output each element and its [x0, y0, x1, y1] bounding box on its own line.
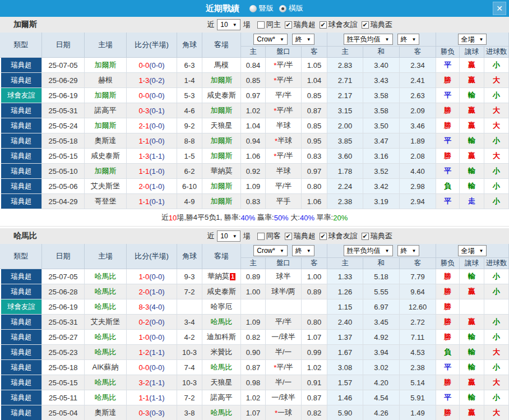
subheader-1: 盤口 [266, 258, 302, 269]
header-select-1-1[interactable]: Crow*▼ [253, 245, 288, 256]
home-team-name: 加爾斯 [95, 90, 117, 100]
goals-cell: 大 [484, 375, 509, 390]
halftime-score: (1-0) [149, 167, 164, 176]
header-select-3-1[interactable]: 全場▼ [458, 245, 487, 256]
header-select-1-1[interactable]: Crow*▼ [253, 34, 288, 45]
filter-3-checkbox[interactable]: ✔ [362, 21, 369, 29]
type-cell: 瑞典超 [0, 118, 42, 133]
filter-3[interactable]: ✔瑞典盃 [362, 20, 392, 30]
header-主場: 主場 [85, 33, 127, 58]
radio-vertical-label[interactable]: 豎版 [259, 3, 274, 13]
match-count-select[interactable]: 10▼ [217, 230, 240, 242]
goals-cell-value: 大 [493, 105, 500, 116]
goals-cell: 大 [484, 405, 509, 420]
avg-home-cell: 2.40 [327, 315, 363, 330]
goals-cell-value: 小 [493, 393, 500, 403]
header-select-2-2[interactable]: 終▼ [397, 34, 420, 45]
filter-0-checkbox[interactable] [257, 21, 265, 29]
corner-cell: 9-2 [177, 118, 202, 133]
score-cell: 2-1(0-0) [127, 118, 177, 133]
subheader-5: 客 [400, 47, 436, 58]
radio-horizontal-layout[interactable] [279, 5, 286, 12]
handicap-cell: 贏 [460, 375, 484, 390]
header-select-2-2[interactable]: 終▼ [397, 245, 420, 256]
avg-draw-cell: 4.20 [363, 375, 400, 390]
handicap-cell: 輸 [460, 390, 484, 405]
handicap-cell: 贏 [460, 118, 484, 133]
filter-1-checkbox[interactable]: ✔ [285, 233, 292, 240]
goals-cell: 小 [484, 315, 509, 330]
filter-0[interactable]: 同客 [257, 231, 281, 241]
home-team-name: 哈馬比 [95, 332, 117, 342]
odds-line-cell: *一球 [266, 405, 302, 420]
goals-cell: 小 [484, 330, 509, 345]
date-cell: 25-04-29 [42, 194, 85, 209]
date-cell: 25-07-05 [42, 269, 85, 284]
radio-horizontal-label[interactable]: 橫版 [289, 3, 303, 13]
date-cell: 25-05-27 [42, 330, 85, 345]
away-team-cell: 加爾斯 [202, 133, 241, 149]
filter-2-checkbox[interactable]: ✔ [320, 233, 327, 240]
result-cell-value: 勝 [444, 287, 451, 297]
subheader-5: 客 [400, 258, 436, 269]
score-cell: 1-1(1-1) [127, 390, 177, 405]
radio-vertical-layout[interactable] [249, 5, 257, 12]
filter-0-checkbox[interactable] [257, 233, 265, 240]
topbar: 近期戰績 豎版 橫版 ✕ [0, 0, 509, 17]
header-select-3-1[interactable]: 全場▼ [458, 34, 487, 45]
score-cell: 1-3(0-2) [127, 73, 177, 88]
goals-cell-value: 小 [493, 287, 500, 297]
handicap-cell: 贏 [460, 58, 484, 73]
filter-2[interactable]: ✔球會友誼 [320, 231, 358, 241]
goals-cell: 小 [484, 269, 509, 284]
handicap-cell: 贏 [460, 149, 484, 164]
score-cell: 3-2(1-1) [127, 375, 177, 390]
subheader-0: 主 [241, 258, 266, 269]
corner-cell: 5-3 [177, 88, 202, 103]
result-cell: 平 [436, 194, 460, 209]
header-角球: 角球 [177, 244, 202, 269]
header-group-3: 全場▼ [436, 33, 509, 47]
handicap-cell-value: 輸 [468, 332, 475, 342]
avg-home-cell: 5.90 [327, 405, 363, 420]
filter-2-checkbox[interactable]: ✔ [320, 21, 327, 29]
odds-line-cell: 平/半 [266, 179, 302, 194]
filter-3-label: 瑞典盃 [371, 231, 392, 241]
corner-cell: 1-4 [177, 73, 202, 88]
filter-3[interactable]: ✔瑞典盃 [362, 231, 392, 241]
header-select-3-1-value: 全場 [461, 35, 475, 44]
header-select-2-1[interactable]: 胜平负均值▼ [344, 34, 393, 45]
away-team-cell: 天狼星 [202, 375, 241, 390]
header-select-2-1[interactable]: 胜平负均值▼ [344, 245, 393, 256]
header-select-1-2[interactable]: 終▼ [292, 34, 314, 45]
handicap-cell-value: 走 [468, 196, 475, 206]
header-日期: 日期 [42, 244, 85, 269]
filter-1-checkbox[interactable]: ✔ [285, 21, 292, 29]
filter-2[interactable]: ✔球會友誼 [320, 20, 358, 30]
odds-home-cell: 1.09 [241, 179, 266, 194]
handicap-cell-value: 贏 [468, 105, 475, 116]
goals-cell: 小 [484, 88, 509, 103]
header-select-1-1-value: Crow* [257, 35, 275, 43]
handicap-cell: 走 [460, 194, 484, 209]
type-cell: 瑞典超 [0, 194, 42, 209]
filter-2-label: 球會友誼 [328, 20, 358, 30]
filter-3-checkbox[interactable]: ✔ [362, 233, 369, 240]
match-count-select[interactable]: 10▼ [217, 19, 240, 30]
summary-segment-0: 近 [161, 213, 169, 223]
handicap-cell-value: 輸 [468, 347, 475, 357]
home-team-name: AIK蘇納 [92, 362, 119, 372]
header-select-1-2[interactable]: 終▼ [292, 245, 314, 256]
filter-1[interactable]: ✔瑞典超 [285, 231, 316, 241]
home-team-cell: 加爾斯 [85, 118, 127, 133]
filter-1[interactable]: ✔瑞典超 [285, 20, 316, 30]
away-team-cell: 加爾斯 [202, 149, 241, 164]
close-icon[interactable]: ✕ [493, 2, 506, 15]
result-cell: 勝 [436, 269, 460, 284]
away-team-cell: 馬模 [202, 58, 241, 73]
team-section-1: 加爾斯 近10▼場同主✔瑞典超✔球會友誼✔瑞典盃 類型日期主場比分(半場)角球客… [0, 17, 509, 227]
filter-0[interactable]: 同主 [257, 20, 281, 30]
away-team-cell: 加爾斯 [202, 103, 241, 118]
handicap-cell-value: 輸 [468, 181, 475, 191]
chevron-down-icon: ▼ [233, 234, 237, 239]
